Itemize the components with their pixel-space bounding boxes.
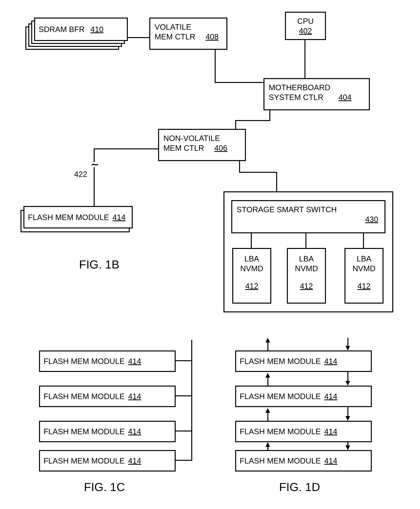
fig-1c-caption: FIG. 1C — [84, 480, 125, 494]
lba2-l1: LBA — [299, 254, 314, 263]
fig1d-12-left-arrow — [265, 373, 270, 378]
fig1d-f2-label: FLASH MEM MODULE — [240, 391, 321, 401]
nvmem-label2: MEM CTLR — [163, 144, 204, 152]
fig1d-f4-ref: 414 — [324, 456, 338, 466]
sss-label: STORAGE SMART SWITCH — [237, 205, 337, 214]
fig1d-f3-ref: 414 — [324, 427, 338, 436]
conn-mb-down — [269, 110, 270, 121]
conn-nvmem-left-v — [94, 148, 95, 206]
lba1-ref: 412 — [245, 282, 258, 290]
fig1c-conn-2 — [176, 395, 191, 396]
fig1c-flash-3: FLASH MEM MODULE 414 — [39, 421, 176, 442]
nvmem-label1: NON-VOLATILE — [163, 134, 220, 143]
lba2-l2: NVMD — [295, 264, 318, 273]
fig1d-12-right-arrow — [345, 381, 350, 386]
fig1d-12-right-line — [347, 372, 348, 382]
fig1d-top-left-line — [267, 342, 268, 350]
mb-ref: 404 — [338, 93, 352, 101]
conn-sss-lba1 — [251, 233, 252, 248]
nvmem-ref: 406 — [214, 144, 227, 152]
conn-nvmem-right-v1 — [239, 161, 240, 173]
lba1-l1: LBA — [244, 254, 259, 263]
fig1d-flash-2: FLASH MEM MODULE 414 — [235, 386, 372, 407]
vmem-label1: VOLATILE — [155, 23, 191, 31]
cpu-ref: 402 — [299, 27, 312, 35]
fig1c-f2-ref: 414 — [128, 391, 141, 401]
fig1c-conn-4 — [176, 460, 191, 461]
sdram-ref: 410 — [90, 24, 104, 34]
fig1c-bus — [191, 340, 192, 461]
lba-nvmd-3: LBA NVMD 412 — [345, 248, 383, 304]
conn-vmem-mb — [215, 82, 263, 83]
conn-nvmem-left-h — [94, 148, 158, 149]
nonvolatile-mem-ctlr-box: NON-VOLATILE MEM CTLR 406 — [158, 129, 246, 161]
motherboard-ctlr-box: MOTHERBOARD SYSTEM CTLR 404 — [263, 78, 370, 110]
fig1c-conn-1 — [176, 360, 191, 361]
conn-vmem-down — [215, 50, 216, 83]
fig1d-23-right-arrow — [345, 416, 350, 421]
storage-smart-switch-box: STORAGE SMART SWITCH 430 — [231, 200, 385, 233]
fig1d-f2-ref: 414 — [324, 391, 338, 401]
fig1c-flash-4: FLASH MEM MODULE 414 — [39, 450, 176, 471]
ref-422-label: 422 — [74, 170, 87, 179]
conn-sss-lba2 — [305, 233, 307, 248]
fig1d-f1-label: FLASH MEM MODULE — [240, 356, 321, 366]
fig-1b-caption: FIG. 1B — [79, 258, 120, 271]
fig1d-flash-3: FLASH MEM MODULE 414 — [235, 421, 372, 442]
lba1-l2: NVMD — [240, 264, 263, 273]
fig1d-23-left-line — [267, 412, 268, 421]
fig1c-f4-ref: 414 — [128, 456, 141, 466]
cpu-label: CPU — [297, 17, 314, 25]
fig1d-top-right-arrow — [345, 346, 350, 350]
fig-1d-caption: FIG. 1D — [279, 480, 320, 494]
lba-nvmd-1: LBA NVMD 412 — [232, 248, 271, 304]
fig1c-f3-ref: 414 — [128, 427, 141, 436]
conn-nvmem-right-h — [239, 172, 277, 173]
vmem-label2: MEM CTLR — [155, 32, 195, 41]
conn-sss-lba3 — [363, 233, 364, 248]
fig1c-flash-2: FLASH MEM MODULE 414 — [39, 386, 176, 407]
conn-cpu-mb — [304, 40, 305, 78]
sss-ref: 430 — [365, 215, 378, 224]
fig1d-top-left-arrow — [265, 338, 270, 342]
conn-sdram-vmem — [128, 37, 149, 38]
fig1d-f4-label: FLASH MEM MODULE — [240, 456, 321, 466]
mb-label1: MOTHERBOARD — [269, 83, 330, 92]
lba3-l2: NVMD — [352, 264, 375, 273]
tilde-422: ∼ — [91, 162, 99, 167]
fig1d-f1-ref: 414 — [324, 356, 338, 366]
fig1c-f1-label: FLASH MEM MODULE — [44, 356, 125, 366]
fig1d-23-right-line — [347, 407, 348, 417]
fig1c-conn-3 — [176, 431, 191, 432]
lba2-ref: 412 — [300, 282, 313, 290]
sdram-bfr-box: SDRAM BFR 410 — [34, 18, 128, 41]
flash-mem-module-1b: FLASH MEM MODULE 414 — [23, 206, 133, 228]
fig1c-f2-label: FLASH MEM MODULE — [44, 391, 125, 401]
conn-mb-nvmem-h — [235, 120, 270, 121]
volatile-mem-ctlr-box: VOLATILE MEM CTLR 408 — [149, 18, 227, 50]
fig1d-12-left-line — [267, 377, 268, 386]
conn-mb-nvmem-v — [235, 120, 236, 129]
fig1d-top-right-line — [347, 338, 348, 347]
fig1d-23-left-arrow — [265, 408, 270, 413]
fig1c-f4-label: FLASH MEM MODULE — [44, 456, 125, 466]
mb-label2: SYSTEM CTLR — [269, 93, 323, 101]
cpu-box: CPU 402 — [285, 12, 326, 40]
fig1c-f1-ref: 414 — [128, 356, 141, 366]
sdram-label: SDRAM BFR — [39, 24, 85, 34]
flash-1b-ref: 414 — [112, 213, 126, 222]
lba3-l1: LBA — [357, 254, 371, 263]
fig1d-flash-4: FLASH MEM MODULE 414 — [235, 450, 372, 471]
lba-nvmd-2: LBA NVMD 412 — [287, 248, 326, 304]
vmem-ref: 408 — [205, 32, 218, 41]
lba3-ref: 412 — [358, 282, 371, 290]
fig1d-flash-1: FLASH MEM MODULE 414 — [235, 350, 372, 372]
fig1d-34-left-arrow — [265, 442, 270, 447]
flash-1b-label: FLASH MEM MODULE — [28, 213, 109, 222]
fig1c-f3-label: FLASH MEM MODULE — [44, 427, 125, 436]
fig1c-flash-1: FLASH MEM MODULE 414 — [39, 350, 176, 372]
fig1d-34-right-arrow — [345, 445, 350, 450]
fig1d-f3-label: FLASH MEM MODULE — [240, 427, 321, 436]
